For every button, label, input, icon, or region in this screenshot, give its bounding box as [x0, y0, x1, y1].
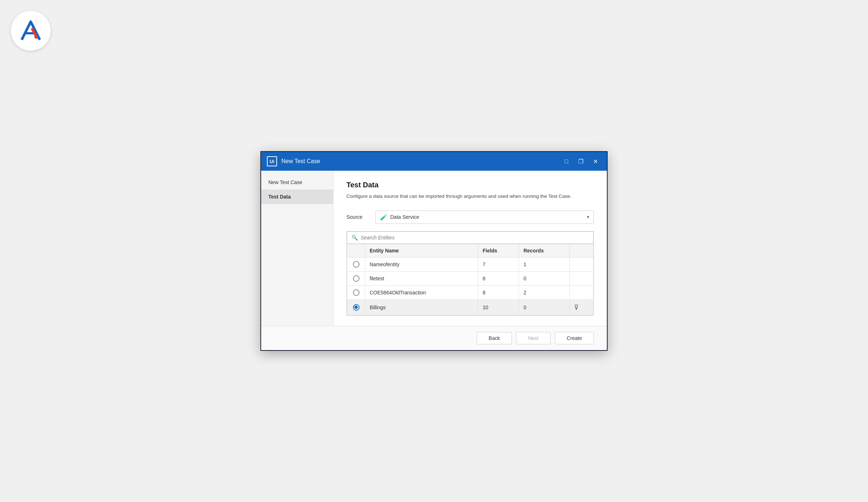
source-select-value: Data Service [390, 214, 419, 220]
table-row[interactable]: filetest60 [347, 271, 593, 285]
row-3-radio-cell[interactable] [347, 299, 365, 315]
row-3-radio[interactable] [353, 304, 359, 311]
title-bar: Ui New Test Case □ ❐ ✕ [261, 152, 607, 171]
search-input[interactable] [361, 235, 589, 241]
row-1-entity-name: filetest [365, 271, 478, 285]
row-0-actions [570, 257, 593, 271]
table-header-row: Entity Name Fields Records [347, 244, 593, 257]
col-header-fields: Fields [478, 244, 519, 257]
col-header-entity-name: Entity Name [365, 244, 478, 257]
row-2-radio-cell[interactable] [347, 285, 365, 299]
data-service-icon: 🧪 [380, 214, 387, 221]
search-box: 🔍 [347, 231, 593, 244]
dialog-footer: Back Next Create [261, 326, 607, 350]
row-3-filter-icon[interactable]: ⊽ [574, 304, 579, 311]
app-logo [11, 11, 51, 51]
minimize-button[interactable]: □ [561, 156, 572, 167]
source-label: Source [346, 214, 375, 220]
source-row: Source 🧪 Data Service ▾ [346, 210, 594, 224]
title-bar-icon: Ui [267, 156, 277, 166]
title-bar-title: New Test Case [281, 158, 561, 165]
row-1-radio[interactable] [353, 275, 359, 282]
svg-point-0 [34, 35, 38, 39]
sidebar-item-new-test-case[interactable]: New Test Case [261, 175, 333, 190]
row-0-fields: 7 [478, 257, 519, 271]
row-2-actions [570, 285, 593, 299]
close-button[interactable]: ✕ [590, 156, 601, 167]
row-3-actions: ⊽ [570, 299, 593, 315]
table-row[interactable]: Nameofentity71 [347, 257, 593, 271]
row-2-entity-name: COE5864OldTransaction [365, 285, 478, 299]
table-row[interactable]: COE5864OldTransaction82 [347, 285, 593, 299]
row-0-radio[interactable] [353, 261, 359, 268]
col-header-actions [570, 244, 593, 257]
row-0-radio-cell[interactable] [347, 257, 365, 271]
content-area: Test Data Configure a data source that c… [333, 171, 607, 326]
dialog-window: Ui New Test Case □ ❐ ✕ New Test Case Tes… [260, 151, 608, 350]
sidebar: New Test Case Test Data [261, 171, 333, 326]
row-1-records: 0 [519, 271, 570, 285]
next-button[interactable]: Next [516, 332, 550, 344]
col-header-radio [347, 244, 365, 257]
create-button[interactable]: Create [555, 332, 594, 344]
back-button[interactable]: Back [477, 332, 512, 344]
row-0-records: 1 [519, 257, 570, 271]
entity-table-container: 🔍 Entity Name Fields [346, 231, 594, 316]
sidebar-item-test-data[interactable]: Test Data [261, 190, 333, 204]
row-2-records: 2 [519, 285, 570, 299]
content-description: Configure a data source that can be impo… [346, 193, 594, 200]
source-select-left: 🧪 Data Service [380, 214, 419, 221]
content-title: Test Data [346, 181, 594, 189]
row-1-actions [570, 271, 593, 285]
source-select[interactable]: 🧪 Data Service ▾ [375, 210, 594, 224]
search-icon: 🔍 [352, 235, 358, 241]
col-header-records: Records [519, 244, 570, 257]
row-1-radio-cell[interactable] [347, 271, 365, 285]
row-3-records: 0 [519, 299, 570, 315]
entity-table: Entity Name Fields Records [347, 244, 593, 315]
row-1-fields: 6 [478, 271, 519, 285]
table-row[interactable]: Billings100⊽ [347, 299, 593, 315]
row-2-fields: 8 [478, 285, 519, 299]
maximize-button[interactable]: ❐ [575, 156, 587, 167]
row-3-entity-name: Billings [365, 299, 478, 315]
chevron-down-icon: ▾ [587, 214, 589, 220]
row-0-entity-name: Nameofentity [365, 257, 478, 271]
row-2-radio[interactable] [353, 289, 359, 296]
row-3-fields: 10 [478, 299, 519, 315]
dialog-body: New Test Case Test Data Test Data Config… [261, 171, 607, 326]
title-bar-controls: □ ❐ ✕ [561, 156, 601, 167]
